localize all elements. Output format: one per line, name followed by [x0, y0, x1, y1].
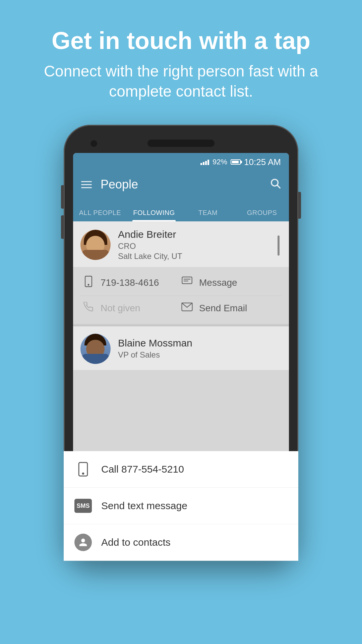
message-icon	[181, 276, 193, 289]
contact-card-andie[interactable]: Andie Breiter CRO Salt Lake City, UT	[73, 221, 289, 323]
svg-line-1	[277, 185, 280, 188]
add-contacts-label: Add to contacts	[101, 537, 171, 548]
volume-up-button	[61, 185, 64, 209]
call-label: Call 877-554-5210	[101, 464, 184, 475]
avatar-blaine	[80, 334, 111, 364]
contact-name-andie: Andie Breiter	[118, 229, 282, 240]
svg-rect-4	[182, 277, 192, 284]
scroll-indicator	[278, 235, 280, 256]
contact-role-andie: CRO	[118, 241, 282, 251]
power-button	[298, 192, 301, 219]
tab-bar: ALL PEOPLE FOLLOWING TEAM GROUPS	[73, 198, 289, 221]
contact-role-blaine: VP of Sales	[118, 350, 282, 360]
message-action[interactable]: Message	[181, 276, 280, 289]
bottom-sheet-call[interactable]: Call 877-554-5210	[73, 451, 289, 488]
action-row-phone-email: Not given Send Email	[73, 296, 289, 320]
email-action[interactable]: Send Email	[181, 303, 280, 314]
status-bar: 92% 10:25 AM	[73, 153, 289, 171]
sms-label: Send text message	[101, 500, 187, 512]
battery-percent: 92%	[213, 158, 227, 166]
tab-all-people[interactable]: ALL PEOPLE	[73, 209, 127, 221]
mobile-phone-icon	[82, 276, 95, 289]
phone-top-bar	[73, 135, 289, 152]
search-button[interactable]	[269, 177, 281, 192]
contact-actions-andie: 719-138-4616 Messag	[73, 267, 289, 323]
add-contact-icon	[74, 534, 92, 550]
hero-title: Get in touch with a tap	[20, 27, 342, 55]
contact-info-andie: Andie Breiter CRO Salt Lake City, UT	[118, 229, 282, 261]
message-label: Message	[199, 277, 237, 288]
call-phone-icon	[74, 461, 92, 478]
contact-header-blaine[interactable]: Blaine Mossman VP of Sales	[73, 326, 289, 370]
bottom-sheet-sms[interactable]: SMS Send text message	[73, 488, 289, 524]
phone-shell: 92% 10:25 AM People	[64, 125, 298, 561]
contact-list: Andie Breiter CRO Salt Lake City, UT	[73, 221, 289, 550]
send-email-label: Send Email	[199, 303, 247, 314]
sms-icon: SMS	[74, 497, 92, 515]
volume-down-button	[61, 215, 64, 239]
earpiece	[147, 140, 215, 147]
status-bar-icons: 92% 10:25 AM	[200, 157, 281, 167]
phone-action[interactable]: 719-138-4616	[82, 276, 181, 289]
svg-point-9	[82, 473, 84, 474]
phone-number: 719-138-4616	[101, 277, 159, 288]
tab-groups[interactable]: GROUPS	[235, 209, 289, 221]
avatar-andie	[80, 230, 111, 260]
action-row-phone-message: 719-138-4616 Messag	[73, 270, 289, 296]
contact-card-blaine[interactable]: Blaine Mossman VP of Sales	[73, 326, 289, 370]
clock: 10:25 AM	[244, 157, 281, 167]
contact-name-blaine: Blaine Mossman	[118, 337, 282, 349]
hero-subtitle: Connect with the right person fast with …	[20, 61, 342, 102]
battery-icon	[231, 159, 241, 165]
hero-section: Get in touch with a tap Connect with the…	[0, 0, 362, 115]
contact-location-andie: Salt Lake City, UT	[118, 252, 282, 261]
tab-following[interactable]: FOLLOWING	[127, 209, 181, 221]
app-title: People	[101, 177, 138, 192]
phone-landline-action[interactable]: Not given	[82, 302, 181, 314]
tab-team[interactable]: TEAM	[181, 209, 235, 221]
svg-point-3	[88, 284, 89, 285]
phone-screen: 92% 10:25 AM People	[73, 153, 289, 550]
header-left: People	[81, 177, 138, 192]
email-icon	[181, 303, 193, 314]
phone-not-given: Not given	[101, 303, 140, 314]
hamburger-menu-button[interactable]	[81, 181, 92, 188]
signal-icon	[200, 159, 209, 165]
bottom-sheet: Call 877-554-5210 SMS Send text message	[73, 451, 289, 550]
contact-info-blaine: Blaine Mossman VP of Sales	[118, 337, 282, 360]
contact-header-andie[interactable]: Andie Breiter CRO Salt Lake City, UT	[73, 221, 289, 267]
phone-icon	[82, 302, 95, 314]
app-header: People	[73, 171, 289, 198]
front-camera	[90, 140, 97, 147]
bottom-sheet-add-contact[interactable]: Add to contacts	[73, 524, 289, 550]
phone-mockup: 92% 10:25 AM People	[64, 125, 298, 561]
